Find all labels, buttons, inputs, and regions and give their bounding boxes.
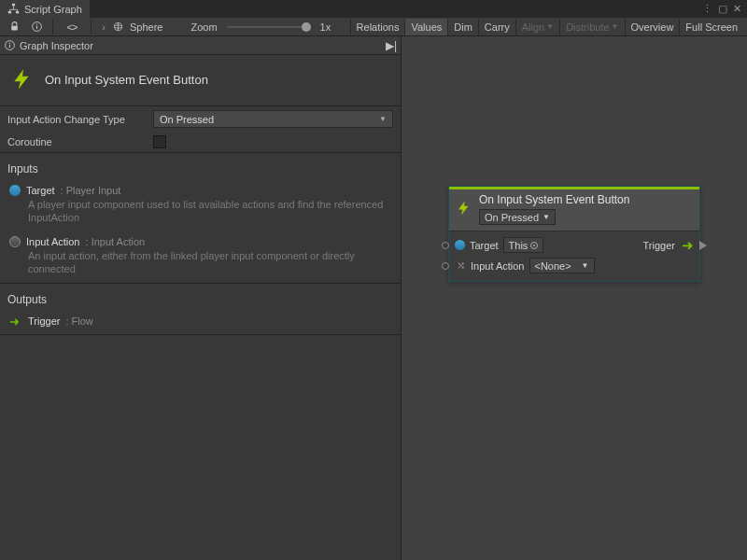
close-icon[interactable]: ✕ — [733, 3, 741, 15]
object-port-icon — [455, 240, 465, 250]
slot-target-label: Target — [470, 240, 499, 251]
breadcrumb-chevron-icon: › — [97, 21, 110, 33]
target-desc: A player input component used to list av… — [9, 198, 391, 225]
input-port-target[interactable] — [442, 242, 449, 249]
zoom-value: 1x — [317, 21, 335, 33]
btn-overview[interactable]: Overview — [625, 19, 680, 35]
node-title: On Input System Event Button — [45, 73, 208, 87]
bolt-icon — [455, 193, 473, 223]
inputs-header: Inputs — [0, 152, 401, 181]
change-type-label: Input Action Change Type — [7, 114, 148, 125]
svg-rect-11 — [9, 43, 10, 44]
svg-rect-5 — [35, 26, 36, 29]
chevron-down-icon: ▼ — [543, 213, 550, 221]
toolbar: <> › Sphere Zoom 1x Relations Values Dim… — [0, 18, 747, 36]
breadcrumb-sphere[interactable]: Sphere — [126, 21, 166, 33]
input-action-icon: ⤭ — [455, 260, 466, 272]
btn-carry[interactable]: Carry — [478, 19, 515, 35]
btn-dim[interactable]: Dim — [447, 19, 478, 35]
variables-icon[interactable]: <> — [59, 19, 85, 35]
inspector-title: Graph Inspector — [20, 40, 382, 51]
collapse-icon[interactable]: ▶| — [386, 39, 397, 52]
svg-rect-6 — [35, 24, 36, 25]
flow-out-icon: ➜ — [682, 238, 694, 252]
graph-inspector: Graph Inspector ▶| On Input System Event… — [0, 36, 402, 560]
window-controls: ⋮ ▢ ✕ — [697, 0, 747, 18]
target-icon — [530, 242, 538, 249]
svg-rect-2 — [16, 11, 19, 13]
coroutine-label: Coroutine — [7, 136, 148, 147]
action-desc: An input action, either from the linked … — [9, 249, 391, 276]
flow-out-icon: ➜ — [9, 315, 22, 327]
svg-rect-1 — [8, 11, 11, 13]
svg-rect-10 — [9, 45, 10, 48]
coroutine-checkbox[interactable] — [153, 135, 166, 148]
btn-fullscreen[interactable]: Full Screen — [679, 19, 743, 35]
action-dropdown[interactable]: <None>▼ — [529, 258, 595, 273]
node-mode-dropdown[interactable]: On Pressed▼ — [479, 209, 556, 225]
btn-align[interactable]: Align ▼ — [515, 19, 559, 35]
graph-canvas[interactable]: On Input System Event Button On Pressed▼… — [402, 36, 747, 560]
zoom-slider[interactable] — [227, 26, 311, 28]
input-port-icon — [9, 185, 21, 196]
input-port-action[interactable] — [442, 262, 449, 270]
output-port-trigger[interactable] — [699, 241, 707, 250]
btn-distribute[interactable]: Distribute ▼ — [559, 19, 624, 35]
zoom-thumb[interactable] — [302, 22, 311, 32]
chevron-down-icon: ▼ — [582, 261, 589, 270]
slot-action-label: Input Action — [471, 260, 525, 272]
input-port-icon — [9, 236, 21, 247]
tab-bar: Script Graph ⋮ ▢ ✕ — [0, 0, 747, 18]
change-type-dropdown[interactable]: On Pressed▼ — [153, 110, 393, 128]
chevron-down-icon: ▼ — [379, 115, 387, 123]
maximize-icon[interactable]: ▢ — [718, 3, 727, 15]
btn-relations[interactable]: Relations — [350, 19, 405, 35]
bolt-icon — [9, 66, 35, 92]
lock-icon[interactable] — [4, 19, 24, 35]
hierarchy-icon — [7, 3, 20, 15]
target-dropdown[interactable]: This — [503, 237, 544, 253]
btn-values[interactable]: Values — [404, 19, 447, 35]
node-on-input-event[interactable]: On Input System Event Button On Pressed▼… — [448, 186, 700, 282]
svg-rect-3 — [11, 26, 18, 31]
node-title: On Input System Event Button — [479, 193, 694, 206]
tab-script-graph[interactable]: Script Graph — [0, 0, 90, 18]
sphere-icon — [112, 21, 124, 33]
info-icon[interactable] — [26, 19, 47, 35]
tab-title: Script Graph — [24, 4, 82, 15]
slot-trigger-label: Trigger — [643, 240, 675, 251]
zoom-label: Zoom — [187, 21, 220, 33]
outputs-header: Outputs — [0, 283, 401, 312]
info-icon — [4, 39, 16, 51]
svg-rect-0 — [12, 4, 15, 6]
more-icon[interactable]: ⋮ — [702, 3, 712, 15]
